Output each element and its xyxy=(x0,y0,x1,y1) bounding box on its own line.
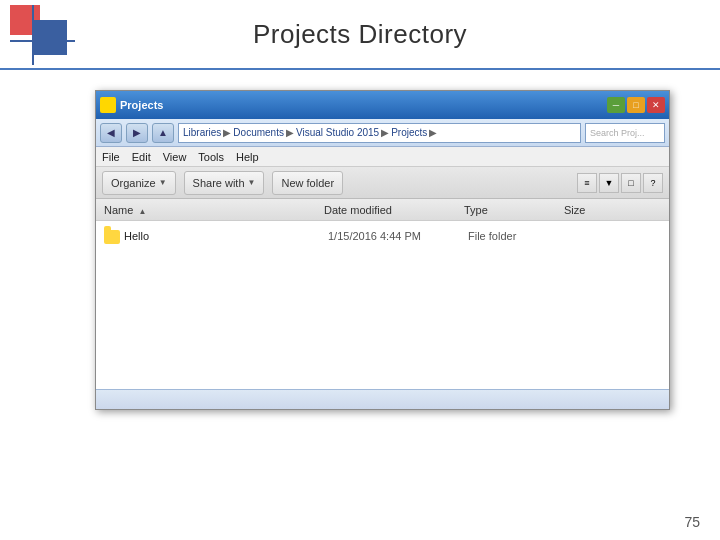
logo-line-horizontal xyxy=(10,40,75,42)
content-area: Name ▲ Date modified Type Size Hello 1/1… xyxy=(96,199,669,389)
organize-button[interactable]: Organize ▼ xyxy=(102,171,176,195)
menu-file[interactable]: File xyxy=(102,151,120,163)
col-header-type[interactable]: Type xyxy=(464,204,564,216)
menu-bar: File Edit View Tools Help xyxy=(96,147,669,167)
menu-help[interactable]: Help xyxy=(236,151,259,163)
view-arrows-button[interactable]: ▼ xyxy=(599,173,619,193)
col-header-name[interactable]: Name ▲ xyxy=(104,204,324,216)
breadcrumb-documents: Documents xyxy=(233,127,284,138)
window-icon xyxy=(100,97,116,113)
logo xyxy=(10,5,70,60)
logo-line-vertical xyxy=(32,5,34,65)
new-folder-label: New folder xyxy=(281,177,334,189)
column-headers: Name ▲ Date modified Type Size xyxy=(96,199,669,221)
file-date: 1/15/2016 4:44 PM xyxy=(328,230,468,242)
title-bar-left: Projects xyxy=(100,97,163,113)
page-title: Projects Directory xyxy=(253,19,467,50)
address-bar: ◀ ▶ ▲ Libraries ▶ Documents ▶ Visual Stu… xyxy=(96,119,669,147)
sort-arrow: ▲ xyxy=(138,207,146,216)
search-box[interactable]: Search Proj... xyxy=(585,123,665,143)
share-arrow: ▼ xyxy=(248,178,256,187)
organize-label: Organize xyxy=(111,177,156,189)
col-header-size[interactable]: Size xyxy=(564,204,644,216)
breadcrumb-libraries: Libraries xyxy=(183,127,221,138)
slide-header: Projects Directory xyxy=(0,0,720,70)
search-placeholder: Search Proj... xyxy=(590,128,645,138)
view-help-button[interactable]: ? xyxy=(643,173,663,193)
up-button[interactable]: ▲ xyxy=(152,123,174,143)
title-bar: Projects ─ □ ✕ xyxy=(96,91,669,119)
file-type: File folder xyxy=(468,230,568,242)
breadcrumb-vs2015: Visual Studio 2015 xyxy=(296,127,379,138)
close-button[interactable]: ✕ xyxy=(647,97,665,113)
window-title: Projects xyxy=(120,99,163,111)
view-controls: ≡ ▼ □ ? xyxy=(577,173,663,193)
folder-icon xyxy=(104,228,120,244)
forward-button[interactable]: ▶ xyxy=(126,123,148,143)
explorer-window: Projects ─ □ ✕ ◀ ▶ ▲ Libraries ▶ Documen… xyxy=(95,90,670,410)
organize-arrow: ▼ xyxy=(159,178,167,187)
file-name: Hello xyxy=(124,230,328,242)
share-label: Share with xyxy=(193,177,245,189)
back-button[interactable]: ◀ xyxy=(100,123,122,143)
window-controls: ─ □ ✕ xyxy=(607,97,665,113)
view-list-button[interactable]: ≡ xyxy=(577,173,597,193)
logo-blue-block xyxy=(32,20,67,55)
table-row[interactable]: Hello 1/15/2016 4:44 PM File folder xyxy=(96,225,669,247)
page-number: 75 xyxy=(684,514,700,530)
address-path[interactable]: Libraries ▶ Documents ▶ Visual Studio 20… xyxy=(178,123,581,143)
menu-edit[interactable]: Edit xyxy=(132,151,151,163)
menu-view[interactable]: View xyxy=(163,151,187,163)
minimize-button[interactable]: ─ xyxy=(607,97,625,113)
file-list: Hello 1/15/2016 4:44 PM File folder xyxy=(96,221,669,389)
breadcrumb-projects: Projects xyxy=(391,127,427,138)
new-folder-button[interactable]: New folder xyxy=(272,171,343,195)
share-button[interactable]: Share with ▼ xyxy=(184,171,265,195)
menu-tools[interactable]: Tools xyxy=(198,151,224,163)
maximize-button[interactable]: □ xyxy=(627,97,645,113)
status-bar xyxy=(96,389,669,409)
col-header-date[interactable]: Date modified xyxy=(324,204,464,216)
view-pane-button[interactable]: □ xyxy=(621,173,641,193)
toolbar: Organize ▼ Share with ▼ New folder ≡ ▼ □… xyxy=(96,167,669,199)
